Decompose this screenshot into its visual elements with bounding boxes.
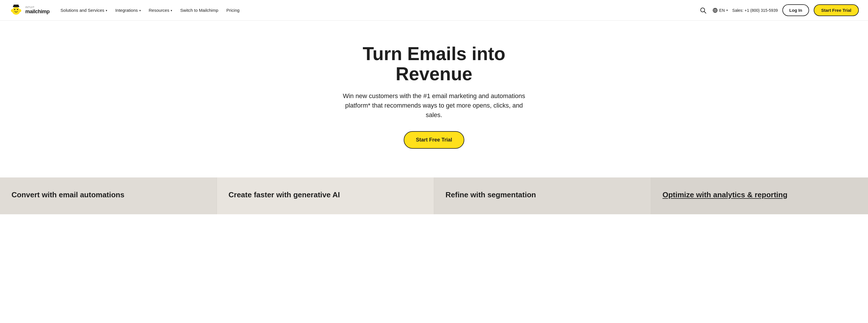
feature-item-segmentation[interactable]: Refine with segmentation <box>434 177 651 214</box>
nav-pricing-link[interactable]: Pricing <box>222 5 244 15</box>
nav-resources-link[interactable]: Resources ▾ <box>145 5 177 15</box>
start-free-trial-hero-button[interactable]: Start Free Trial <box>404 131 464 149</box>
svg-rect-7 <box>13 5 19 7</box>
mailchimp-logo-icon <box>9 3 23 17</box>
feature-item-analytics[interactable]: Optimize with analytics & reporting <box>651 177 868 214</box>
lang-chevron-icon: ▾ <box>726 9 728 12</box>
search-button[interactable] <box>698 5 708 15</box>
svg-point-1 <box>13 7 19 13</box>
resources-chevron-icon: ▾ <box>171 9 172 12</box>
hero-section: Turn Emails into Revenue Win new custome… <box>0 21 868 177</box>
feature-title-generative-ai: Create faster with generative AI <box>228 190 340 199</box>
feature-title-segmentation: Refine with segmentation <box>446 190 536 199</box>
feature-item-generative-ai[interactable]: Create faster with generative AI <box>217 177 434 214</box>
svg-point-2 <box>11 9 13 12</box>
svg-point-3 <box>19 9 21 12</box>
login-button[interactable]: Log In <box>782 4 809 16</box>
logo-link[interactable]: INTUIT mailchimp <box>9 3 50 17</box>
feature-title-email-automations: Convert with email automations <box>11 190 124 199</box>
hero-subtitle: Win new customers with the #1 email mark… <box>337 91 532 120</box>
main-nav: INTUIT mailchimp Solutions and Services … <box>0 0 868 21</box>
hero-title: Turn Emails into Revenue <box>334 44 535 84</box>
language-selector[interactable]: EN ▾ <box>713 8 727 13</box>
nav-links-group: Solutions and Services ▾ Integrations ▾ … <box>57 5 697 15</box>
mailchimp-label: mailchimp <box>25 9 50 15</box>
features-bar: Convert with email automations Create fa… <box>0 177 868 214</box>
globe-icon <box>713 8 718 13</box>
feature-title-analytics: Optimize with analytics & reporting <box>662 190 787 199</box>
nav-solutions-link[interactable]: Solutions and Services ▾ <box>57 5 112 15</box>
svg-point-4 <box>14 9 15 10</box>
integrations-chevron-icon: ▾ <box>140 9 141 12</box>
svg-line-9 <box>704 11 706 13</box>
solutions-chevron-icon: ▾ <box>106 9 107 12</box>
nav-right-group: EN ▾ Sales: +1 (800) 315-5939 Log In Sta… <box>698 4 859 16</box>
start-free-trial-nav-button[interactable]: Start Free Trial <box>814 4 859 16</box>
nav-switch-link[interactable]: Switch to Mailchimp <box>176 5 222 15</box>
sales-phone: Sales: +1 (800) 315-5939 <box>733 8 778 13</box>
search-icon <box>700 7 706 13</box>
svg-point-5 <box>17 9 18 10</box>
nav-integrations-link[interactable]: Integrations ▾ <box>111 5 145 15</box>
feature-item-email-automations[interactable]: Convert with email automations <box>0 177 217 214</box>
